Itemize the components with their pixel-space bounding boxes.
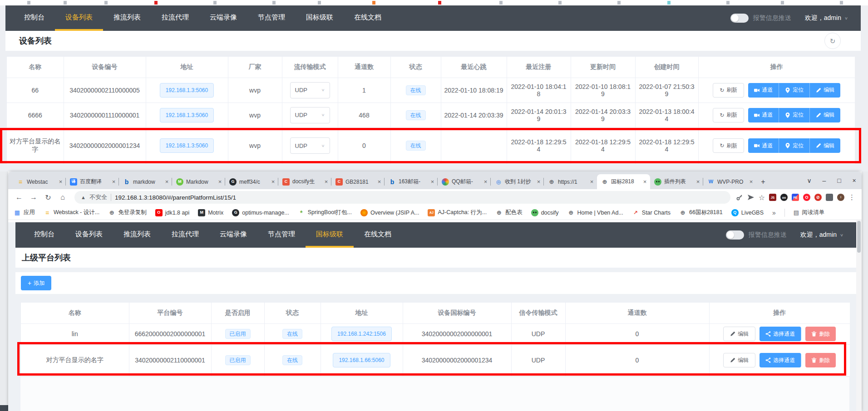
refresh-device-button[interactable]: 刷新 (713, 138, 744, 153)
bookmark-item[interactable]: Motrix (198, 209, 223, 216)
bookmark-item[interactable]: Star Charts (632, 209, 671, 216)
stream-mode-select[interactable]: UDP (290, 137, 330, 154)
edit-device-button[interactable]: 编辑 (810, 83, 840, 98)
alarm-push-toggle[interactable] (726, 230, 744, 240)
new-tab-button[interactable]: + (756, 174, 770, 189)
stream-mode-select[interactable]: UDP (290, 82, 330, 98)
bookmark-item[interactable]: AJ-Captcha: 行为... (428, 209, 487, 216)
bookmark-item[interactable]: 免登录复制 (108, 209, 147, 216)
apps-shortcut[interactable]: 应用 (14, 209, 35, 216)
nav-tab-push-streams[interactable]: 推流列表 (113, 222, 161, 248)
bookmark-item[interactable]: 66国标28181 (679, 209, 723, 216)
address-button[interactable]: 192.168.1.242:1506 (331, 327, 392, 341)
channels-button[interactable]: 通道 (748, 108, 779, 122)
bookmark-item[interactable]: Home | Vben Ad... (567, 209, 623, 216)
tab-search-chevron[interactable]: ∨ (802, 171, 817, 189)
nav-tab-pull-proxy[interactable]: 拉流代理 (151, 5, 199, 31)
nav-tab-online-docs[interactable]: 在线文档 (344, 5, 392, 31)
bookmark-item[interactable]: 配色表 (495, 209, 523, 216)
page-scrollbar[interactable] (856, 220, 862, 411)
select-channels-button[interactable]: 选择通道 (760, 353, 801, 367)
edit-device-button[interactable]: 编辑 (810, 108, 840, 122)
nav-tab-node-manage[interactable]: 节点管理 (257, 222, 306, 248)
nav-tab-pull-proxy[interactable]: 拉流代理 (161, 222, 209, 248)
send-to-device-icon[interactable] (747, 194, 755, 201)
delete-platform-button[interactable]: 删除 (805, 353, 836, 367)
locate-button[interactable]: 定位 (779, 138, 810, 153)
refresh-device-button[interactable]: 刷新 (713, 108, 744, 122)
window-minimize-button[interactable]: – (817, 171, 832, 189)
tab-close-icon[interactable]: × (535, 178, 542, 185)
url-omnibox[interactable]: ▲ 不安全 192.168.1.3:18080/#/parentPlatform… (74, 191, 730, 204)
bookmark-item[interactable]: Webstack - 设计... (44, 209, 99, 216)
browser-tab[interactable]: https://1× (544, 174, 597, 189)
bookmark-item[interactable]: docsify (531, 209, 559, 216)
nav-tab-gb-cascade[interactable]: 国标级联 (306, 222, 354, 248)
user-menu[interactable]: 欢迎，admin (805, 14, 848, 22)
browser-tab-active[interactable]: 国标2818× (597, 174, 650, 189)
tab-close-icon[interactable]: × (429, 178, 436, 185)
tab-close-icon[interactable]: × (323, 178, 330, 185)
browser-tab[interactable]: markdow× (119, 174, 172, 189)
back-button[interactable]: ← (13, 191, 25, 204)
tab-close-icon[interactable]: × (482, 178, 489, 185)
window-maximize-button[interactable]: □ (832, 171, 847, 189)
nav-tab-devices[interactable]: 设备列表 (55, 5, 103, 31)
address-button[interactable]: 192.168.1.3:5060 (160, 108, 214, 122)
nav-tab-online-docs[interactable]: 在线文档 (354, 222, 402, 248)
extension-incognito-icon[interactable] (780, 194, 788, 201)
refresh-device-button[interactable]: 刷新 (713, 83, 744, 98)
browser-tab[interactable]: GB28181× (331, 174, 385, 189)
browser-tab[interactable]: Webstac× (13, 174, 66, 189)
bookmark-item[interactable]: SpringBoot打包... (298, 209, 352, 216)
browser-tab[interactable]: Markdow× (172, 174, 225, 189)
tab-close-icon[interactable]: × (641, 178, 648, 185)
reload-button[interactable]: ↻ (42, 191, 54, 204)
browser-tab[interactable]: 收到 1封抄× (491, 174, 544, 189)
password-key-icon[interactable] (736, 194, 743, 201)
tab-close-icon[interactable]: × (376, 178, 383, 185)
extension-blocker-icon[interactable] (814, 194, 822, 201)
scrollbar-thumb[interactable] (857, 221, 861, 253)
browser-tab[interactable]: WVP-PRO× (703, 174, 756, 189)
nav-tab-node-manage[interactable]: 节点管理 (247, 5, 296, 31)
bookmarks-overflow-chevron[interactable]: » (772, 209, 776, 216)
user-menu[interactable]: 欢迎，admin (800, 231, 843, 239)
browser-tab[interactable]: docsify生× (278, 174, 331, 189)
nav-tab-push-streams[interactable]: 推流列表 (103, 5, 151, 31)
address-button[interactable]: 192.168.1.66:5060 (333, 353, 390, 367)
profile-avatar[interactable] (837, 194, 844, 201)
add-platform-button[interactable]: 添加 (21, 276, 51, 290)
extension-js-icon[interactable] (769, 194, 776, 201)
nav-tab-cloud-record[interactable]: 云端录像 (199, 5, 247, 31)
tab-close-icon[interactable]: × (163, 178, 170, 185)
nav-tab-gb-cascade[interactable]: 国标级联 (296, 5, 344, 31)
channels-button[interactable]: 通道 (748, 83, 779, 98)
stream-mode-select[interactable]: UDP (290, 107, 330, 123)
home-button[interactable]: ⌂ (56, 191, 69, 204)
window-close-button[interactable]: × (847, 171, 862, 189)
locate-button[interactable]: 定位 (779, 108, 810, 122)
tab-close-icon[interactable]: × (748, 178, 755, 185)
bookmark-item[interactable]: optimus-manage... (232, 209, 289, 216)
extension-o-icon[interactable] (803, 194, 810, 201)
edit-platform-button[interactable]: 编辑 (723, 327, 755, 341)
edit-device-button[interactable]: 编辑 (810, 138, 840, 153)
nav-tab-console[interactable]: 控制台 (14, 5, 55, 31)
extensions-puzzle-icon[interactable] (826, 194, 833, 201)
browser-tab[interactable]: 163邮箱-× (385, 174, 438, 189)
tab-close-icon[interactable]: × (110, 178, 117, 185)
locate-button[interactable]: 定位 (779, 83, 810, 98)
address-button[interactable]: 192.168.1.3:5060 (160, 83, 214, 98)
alarm-push-toggle[interactable] (730, 14, 749, 23)
address-button[interactable]: 192.168.1.3:5060 (160, 138, 214, 153)
select-channels-button[interactable]: 选择通道 (760, 327, 801, 341)
browser-tab[interactable]: QQ邮箱-× (438, 174, 491, 189)
tab-close-icon[interactable]: × (588, 178, 595, 185)
forward-button[interactable]: → (27, 191, 40, 204)
url-text[interactable]: 192.168.1.3:18080/#/parentPlatformList/1… (115, 194, 724, 201)
bookmark-item[interactable]: jdk1.8 api (155, 209, 190, 216)
page-refresh-button[interactable] (824, 33, 841, 49)
browser-tab[interactable]: 插件列表× (650, 174, 703, 189)
bookmark-item[interactable]: Overview (JSIP A... (360, 209, 419, 216)
